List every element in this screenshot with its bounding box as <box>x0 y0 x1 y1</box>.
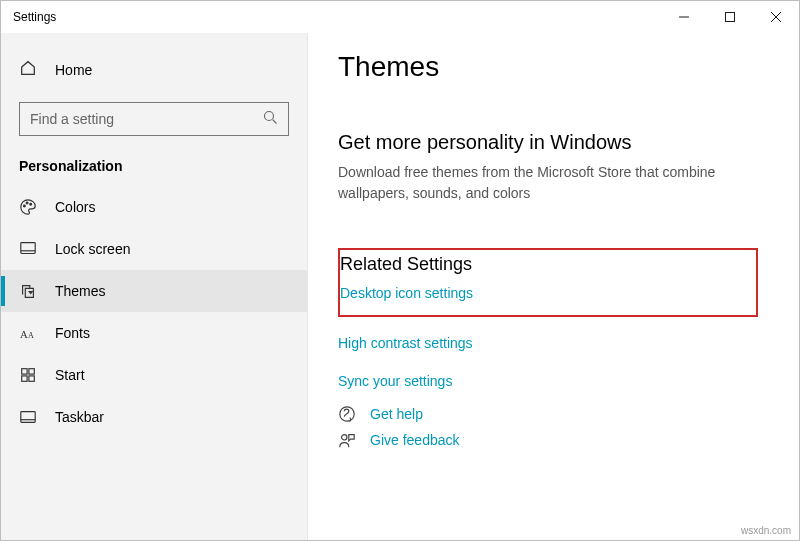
fonts-icon: AA <box>19 324 37 342</box>
home-icon <box>19 59 37 80</box>
sidebar-item-label: Start <box>55 367 85 383</box>
sidebar-item-label: Colors <box>55 199 95 215</box>
main-panel: Themes Get more personality in Windows D… <box>308 33 799 540</box>
related-heading: Related Settings <box>340 254 756 279</box>
content-area: Home Personalization Colors Lock screen <box>1 33 799 540</box>
sidebar-item-taskbar[interactable]: Taskbar <box>1 396 307 438</box>
palette-icon <box>19 198 37 216</box>
link-sync-settings[interactable]: Sync your settings <box>338 367 769 395</box>
svg-point-20 <box>342 435 347 440</box>
feedback-row[interactable]: Give feedback <box>338 431 769 449</box>
home-label: Home <box>55 62 92 78</box>
svg-point-7 <box>26 202 28 204</box>
sidebar-item-label: Themes <box>55 283 106 299</box>
feedback-icon <box>338 431 356 449</box>
link-give-feedback[interactable]: Give feedback <box>370 432 460 448</box>
watermark: wsxdn.com <box>741 525 791 536</box>
sidebar-item-lock-screen[interactable]: Lock screen <box>1 228 307 270</box>
svg-rect-14 <box>29 369 34 374</box>
help-icon <box>338 405 356 423</box>
sidebar: Home Personalization Colors Lock screen <box>1 33 308 540</box>
titlebar: Settings <box>1 1 799 33</box>
svg-rect-16 <box>29 376 34 381</box>
svg-rect-13 <box>22 369 27 374</box>
search-box[interactable] <box>19 102 289 136</box>
svg-rect-9 <box>21 243 35 254</box>
sidebar-item-fonts[interactable]: AA Fonts <box>1 312 307 354</box>
svg-rect-15 <box>22 376 27 381</box>
related-settings-highlight: Related Settings Desktop icon settings <box>338 248 758 317</box>
sidebar-item-themes[interactable]: Themes <box>1 270 307 312</box>
window-title: Settings <box>13 10 56 24</box>
section-description: Download free themes from the Microsoft … <box>338 162 758 204</box>
sidebar-item-label: Lock screen <box>55 241 130 257</box>
sidebar-item-label: Fonts <box>55 325 90 341</box>
maximize-button[interactable] <box>707 1 753 33</box>
start-icon <box>19 366 37 384</box>
page-title: Themes <box>338 51 769 83</box>
svg-line-5 <box>273 120 277 124</box>
window-controls <box>661 1 799 33</box>
category-label: Personalization <box>1 154 307 186</box>
minimize-button[interactable] <box>661 1 707 33</box>
close-button[interactable] <box>753 1 799 33</box>
themes-icon <box>19 282 37 300</box>
related-links: High contrast settings Sync your setting… <box>338 329 769 395</box>
svg-point-4 <box>265 112 274 121</box>
sidebar-item-start[interactable]: Start <box>1 354 307 396</box>
lock-screen-icon <box>19 240 37 258</box>
link-desktop-icon-settings[interactable]: Desktop icon settings <box>340 279 756 307</box>
section-heading: Get more personality in Windows <box>338 131 769 154</box>
link-get-help[interactable]: Get help <box>370 406 423 422</box>
svg-point-8 <box>30 203 32 205</box>
search-icon <box>263 110 278 128</box>
search-input[interactable] <box>30 111 263 127</box>
svg-rect-17 <box>21 412 35 423</box>
svg-text:A: A <box>28 331 34 340</box>
sidebar-item-colors[interactable]: Colors <box>1 186 307 228</box>
svg-text:A: A <box>20 328 28 340</box>
taskbar-icon <box>19 408 37 426</box>
get-help-row[interactable]: Get help <box>338 405 769 423</box>
svg-rect-1 <box>726 13 735 22</box>
sidebar-item-label: Taskbar <box>55 409 104 425</box>
svg-point-6 <box>24 205 26 207</box>
link-high-contrast[interactable]: High contrast settings <box>338 329 769 357</box>
sidebar-item-home[interactable]: Home <box>1 51 307 88</box>
